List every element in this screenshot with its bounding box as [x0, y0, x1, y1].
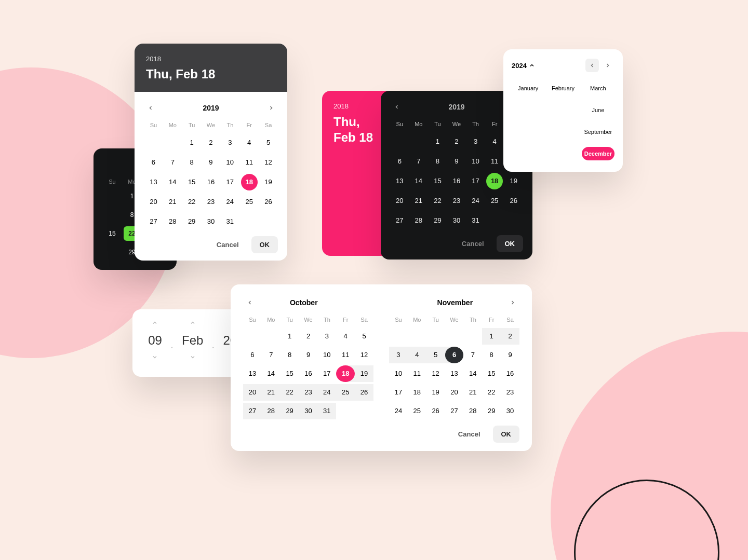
- calendar-day[interactable]: 28: [262, 403, 280, 419]
- calendar-day[interactable]: 3: [222, 134, 238, 151]
- calendar-day[interactable]: 12: [355, 347, 373, 363]
- calendar-day[interactable]: 11: [336, 347, 355, 363]
- calendar-day[interactable]: 11: [241, 154, 258, 171]
- calendar-day[interactable]: 18: [486, 173, 503, 189]
- calendar-day[interactable]: 27: [391, 212, 408, 229]
- calendar-day[interactable]: 9: [203, 154, 219, 171]
- calendar-day[interactable]: 3: [468, 133, 484, 150]
- year-dropdown[interactable]: 2024: [512, 62, 535, 70]
- header-year[interactable]: 2018: [146, 55, 276, 63]
- calendar-day[interactable]: 13: [445, 365, 464, 382]
- calendar-day[interactable]: 24: [222, 194, 238, 210]
- month-option[interactable]: September: [582, 125, 615, 139]
- cancel-button[interactable]: Cancel: [208, 236, 247, 253]
- calendar-day[interactable]: 31: [468, 212, 484, 229]
- calendar-day[interactable]: 6: [445, 347, 464, 363]
- calendar-day[interactable]: 7: [463, 347, 482, 363]
- calendar-day[interactable]: 14: [463, 365, 482, 382]
- calendar-day[interactable]: 3: [317, 328, 336, 345]
- calendar-day[interactable]: 13: [243, 365, 262, 382]
- calendar-day[interactable]: 28: [463, 403, 482, 419]
- calendar-day[interactable]: 25: [486, 193, 503, 209]
- day-up-button[interactable]: [152, 319, 158, 328]
- calendar-day[interactable]: 26: [505, 193, 522, 209]
- calendar-day[interactable]: 3: [389, 347, 408, 363]
- calendar-day[interactable]: 8: [183, 154, 200, 171]
- nav-year-label[interactable]: 2019: [448, 103, 464, 111]
- calendar-day[interactable]: 15: [280, 365, 299, 382]
- calendar-day[interactable]: 20: [243, 384, 262, 401]
- calendar-day[interactable]: 1: [482, 328, 501, 345]
- calendar-day[interactable]: 7: [262, 347, 280, 363]
- calendar-day[interactable]: 10: [389, 365, 408, 382]
- calendar-day[interactable]: 2: [299, 328, 318, 345]
- calendar-day[interactable]: 23: [501, 384, 519, 401]
- calendar-day[interactable]: 6: [145, 154, 162, 171]
- calendar-day[interactable]: 17: [317, 365, 336, 382]
- calendar-day[interactable]: 4: [336, 328, 355, 345]
- calendar-day[interactable]: 28: [164, 213, 181, 230]
- ok-button[interactable]: OK: [251, 236, 278, 253]
- calendar-day[interactable]: 2: [448, 133, 465, 150]
- calendar-day[interactable]: 29: [183, 213, 200, 230]
- calendar-day[interactable]: 20: [445, 384, 464, 401]
- calendar-day[interactable]: 25: [408, 403, 426, 419]
- calendar-day[interactable]: 5: [355, 328, 373, 345]
- calendar-day[interactable]: 25: [336, 384, 355, 401]
- day-value[interactable]: 09: [148, 333, 162, 348]
- calendar-day[interactable]: 15: [482, 365, 501, 382]
- calendar-day[interactable]: 18: [241, 174, 258, 190]
- calendar-day[interactable]: 21: [463, 384, 482, 401]
- calendar-day[interactable]: 24: [389, 403, 408, 419]
- calendar-day[interactable]: 1: [280, 328, 299, 345]
- month-option[interactable]: March: [582, 81, 615, 95]
- calendar-day[interactable]: 16: [448, 173, 465, 189]
- calendar-day[interactable]: 27: [445, 403, 464, 419]
- calendar-day[interactable]: 18: [408, 384, 426, 401]
- calendar-day[interactable]: 7: [164, 154, 181, 171]
- calendar-day[interactable]: 4: [486, 133, 503, 150]
- calendar-day[interactable]: 25: [241, 194, 258, 210]
- calendar-day[interactable]: 9: [299, 347, 318, 363]
- month-down-button[interactable]: [190, 353, 196, 362]
- calendar-day[interactable]: 18: [336, 365, 355, 382]
- month-option[interactable]: January: [512, 81, 544, 95]
- calendar-day[interactable]: 9: [501, 347, 519, 363]
- calendar-day[interactable]: 12: [426, 365, 445, 382]
- calendar-day[interactable]: 26: [260, 194, 277, 210]
- calendar-day[interactable]: 15: [183, 174, 200, 190]
- calendar-day[interactable]: 8: [482, 347, 501, 363]
- calendar-day[interactable]: 15: [104, 226, 121, 241]
- calendar-day[interactable]: 14: [410, 173, 427, 189]
- calendar-day[interactable]: 23: [203, 194, 219, 210]
- next-year-button[interactable]: [264, 101, 278, 115]
- cancel-button[interactable]: Cancel: [450, 426, 489, 443]
- calendar-day[interactable]: 4: [408, 347, 426, 363]
- calendar-day[interactable]: 24: [317, 384, 336, 401]
- header-date[interactable]: Thu, Feb 18: [146, 67, 276, 81]
- calendar-day[interactable]: 17: [222, 174, 238, 190]
- calendar-day[interactable]: 29: [429, 212, 446, 229]
- calendar-day[interactable]: 27: [243, 403, 262, 419]
- calendar-day[interactable]: 11: [486, 153, 503, 170]
- month-option[interactable]: June: [582, 103, 615, 117]
- calendar-day[interactable]: 13: [391, 173, 408, 189]
- calendar-day[interactable]: 1: [429, 133, 446, 150]
- month-option[interactable]: December: [582, 147, 615, 160]
- ok-button[interactable]: OK: [493, 426, 520, 443]
- calendar-day[interactable]: 8: [280, 347, 299, 363]
- calendar-day[interactable]: 30: [501, 403, 519, 419]
- calendar-day[interactable]: 12: [260, 154, 277, 171]
- calendar-day[interactable]: 29: [482, 403, 501, 419]
- calendar-day[interactable]: 22: [482, 384, 501, 401]
- calendar-day[interactable]: 31: [317, 403, 336, 419]
- calendar-day[interactable]: 22: [280, 384, 299, 401]
- calendar-day[interactable]: 15: [429, 173, 446, 189]
- calendar-day[interactable]: 20: [145, 194, 162, 210]
- calendar-day[interactable]: 9: [448, 153, 465, 170]
- calendar-day[interactable]: 16: [203, 174, 219, 190]
- month-up-button[interactable]: [190, 319, 196, 328]
- next-button[interactable]: [601, 59, 615, 72]
- day-down-button[interactable]: [152, 353, 158, 362]
- prev-month-button[interactable]: [243, 296, 257, 309]
